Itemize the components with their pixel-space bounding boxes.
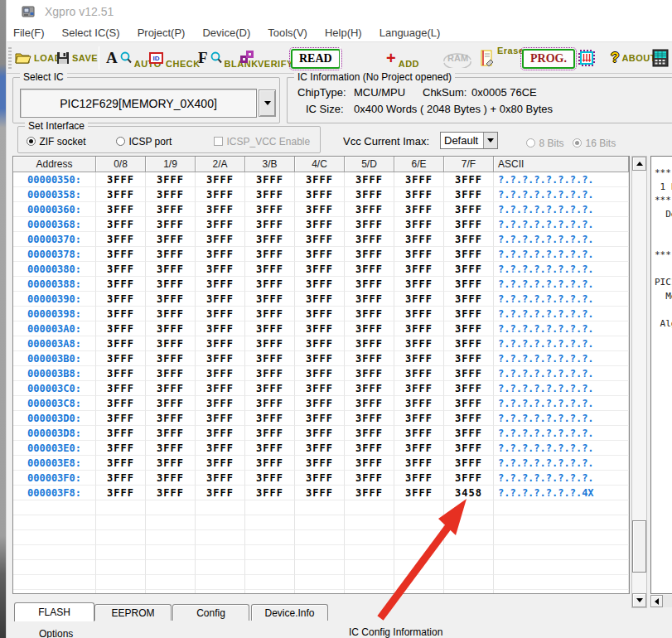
value-cell[interactable]: 3FFF <box>96 277 146 292</box>
value-cell[interactable]: 3FFF <box>146 262 196 277</box>
value-cell[interactable]: 3FFF <box>196 217 245 232</box>
value-cell[interactable]: 3FFF <box>295 262 345 277</box>
value-cell[interactable]: 3FFF <box>295 441 345 456</box>
value-cell[interactable]: 3FFF <box>245 441 295 456</box>
value-cell[interactable]: 3FFF <box>146 426 196 441</box>
value-cell[interactable]: 3FFF <box>146 187 196 202</box>
value-cell[interactable] <box>295 500 345 515</box>
value-cell[interactable] <box>394 500 444 515</box>
value-cell[interactable]: 3FFF <box>394 336 444 351</box>
value-cell[interactable] <box>146 575 196 590</box>
value-cell[interactable]: 3FFF <box>245 277 295 292</box>
value-cell[interactable]: 3FFF <box>444 441 494 456</box>
value-cell[interactable]: 3FFF <box>196 336 245 351</box>
load-button[interactable]: LOAD <box>15 42 61 74</box>
value-cell[interactable]: 3FFF <box>444 292 494 307</box>
about-button[interactable]: ? ABOUT <box>611 42 656 74</box>
value-cell[interactable]: 3FFF <box>245 366 295 381</box>
value-cell[interactable]: 3FFF <box>96 247 146 262</box>
value-cell[interactable] <box>345 545 394 560</box>
value-cell[interactable]: 3FFF <box>295 351 345 366</box>
value-cell[interactable]: 3FFF <box>345 277 394 292</box>
value-cell[interactable]: 3FFF <box>295 381 345 396</box>
value-cell[interactable]: 3FFF <box>96 351 146 366</box>
value-cell[interactable]: 3FFF <box>146 366 196 381</box>
value-cell[interactable]: 3FFF <box>295 366 345 381</box>
value-cell[interactable] <box>345 500 394 515</box>
value-cell[interactable]: 3FFF <box>146 277 196 292</box>
value-cell[interactable]: 3FFF <box>394 232 444 247</box>
value-cell[interactable]: 3FFF <box>245 456 295 471</box>
value-cell[interactable]: 3FFF <box>96 456 146 471</box>
value-cell[interactable]: 3FFF <box>345 232 394 247</box>
value-cell[interactable]: 3FFF <box>146 471 196 486</box>
value-cell[interactable]: 3FFF <box>295 172 345 187</box>
program-chip-button[interactable] <box>575 42 598 74</box>
value-cell[interactable] <box>146 560 196 575</box>
menu-item[interactable]: Device(D) <box>202 27 250 39</box>
value-cell[interactable]: 3FFF <box>345 426 394 441</box>
value-cell[interactable]: 3FFF <box>245 217 295 232</box>
value-cell[interactable]: 3FFF <box>146 336 196 351</box>
value-cell[interactable]: 3FFF <box>196 172 245 187</box>
value-cell[interactable]: 3FFF <box>394 381 444 396</box>
value-cell[interactable] <box>146 545 196 560</box>
value-cell[interactable]: 3FFF <box>394 426 444 441</box>
value-cell[interactable]: 3FFF <box>394 277 444 292</box>
value-cell[interactable] <box>245 530 295 545</box>
value-cell[interactable]: 3FFF <box>295 321 345 336</box>
value-cell[interactable]: 3FFF <box>345 247 394 262</box>
value-cell[interactable] <box>245 515 295 530</box>
value-cell[interactable]: 3FFF <box>345 187 394 202</box>
tab-eeprom[interactable]: EEPROM <box>94 604 172 621</box>
value-cell[interactable]: 3FFF <box>96 321 146 336</box>
value-cell[interactable] <box>295 545 345 560</box>
value-cell[interactable]: 3FFF <box>245 396 295 411</box>
value-cell[interactable] <box>345 575 394 590</box>
value-cell[interactable]: 3FFF <box>196 411 245 426</box>
value-cell[interactable]: 3FFF <box>345 202 394 217</box>
value-cell[interactable]: 3458 <box>444 486 494 500</box>
value-cell[interactable]: 3FFF <box>96 471 146 486</box>
value-cell[interactable]: 3FFF <box>345 321 394 336</box>
value-cell[interactable]: 3FFF <box>196 247 245 262</box>
value-cell[interactable]: 3FFF <box>245 232 295 247</box>
value-cell[interactable]: 3FFF <box>146 351 196 366</box>
value-cell[interactable]: 3FFF <box>444 381 494 396</box>
value-cell[interactable]: 3FFF <box>96 307 146 321</box>
value-cell[interactable] <box>196 590 245 594</box>
value-cell[interactable] <box>444 560 494 575</box>
value-cell[interactable]: 3FFF <box>394 321 444 336</box>
value-cell[interactable]: 3FFF <box>444 336 494 351</box>
value-cell[interactable]: 3FFF <box>245 426 295 441</box>
value-cell[interactable]: 3FFF <box>196 277 245 292</box>
value-cell[interactable]: 3FFF <box>245 471 295 486</box>
value-cell[interactable]: 3FFF <box>245 307 295 321</box>
value-cell[interactable]: 3FFF <box>295 247 345 262</box>
value-cell[interactable]: 3FFF <box>345 441 394 456</box>
value-cell[interactable]: 3FFF <box>146 247 196 262</box>
value-cell[interactable]: 3FFF <box>394 262 444 277</box>
value-cell[interactable]: 3FFF <box>96 486 146 500</box>
erase-button[interactable]: Erase <box>481 42 524 74</box>
value-cell[interactable]: 3FFF <box>196 366 245 381</box>
value-cell[interactable] <box>444 500 494 515</box>
tab-flash[interactable]: FLASH <box>14 602 94 621</box>
value-cell[interactable]: 3FFF <box>96 336 146 351</box>
value-cell[interactable]: 3FFF <box>444 277 494 292</box>
value-cell[interactable]: 3FFF <box>96 217 146 232</box>
value-cell[interactable]: 3FFF <box>394 187 444 202</box>
value-cell[interactable]: 3FFF <box>96 396 146 411</box>
select-ic-dropdown-button[interactable] <box>259 89 276 117</box>
value-cell[interactable]: 3FFF <box>295 307 345 321</box>
value-cell[interactable]: 3FFF <box>146 411 196 426</box>
value-cell[interactable] <box>96 545 146 560</box>
value-cell[interactable]: 3FFF <box>394 247 444 262</box>
value-cell[interactable]: 3FFF <box>295 426 345 441</box>
value-cell[interactable]: 3FFF <box>196 202 245 217</box>
value-cell[interactable]: 3FFF <box>295 456 345 471</box>
value-cell[interactable]: 3FFF <box>146 172 196 187</box>
value-cell[interactable]: 3FFF <box>245 262 295 277</box>
value-cell[interactable]: 3FFF <box>444 471 494 486</box>
value-cell[interactable]: 3FFF <box>444 307 494 321</box>
